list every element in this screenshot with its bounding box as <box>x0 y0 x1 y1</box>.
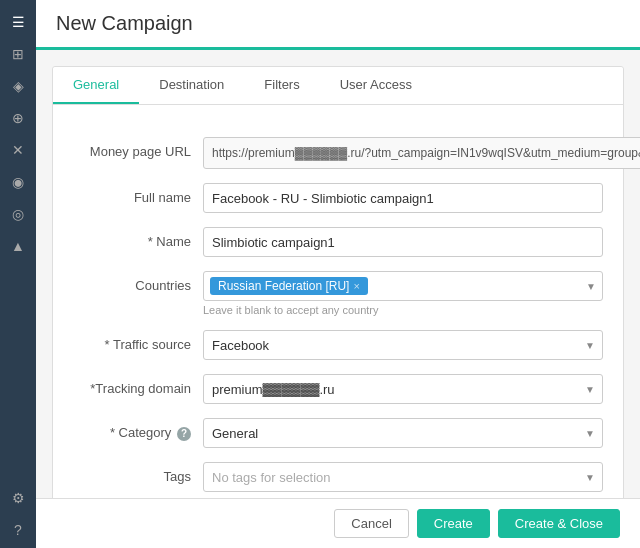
campaigns-icon[interactable]: ◈ <box>4 72 32 100</box>
settings-icon[interactable]: ⚙ <box>4 484 32 512</box>
countries-row: Countries Russian Federation [RU] × ▼ Le… <box>73 271 603 316</box>
tab-general[interactable]: General <box>53 67 139 104</box>
create-close-button[interactable]: Create & Close <box>498 509 620 538</box>
page-title: New Campaign <box>56 12 620 35</box>
name-control <box>203 227 603 257</box>
countries-control: Russian Federation [RU] × ▼ Leave it bla… <box>203 271 603 316</box>
dashboard-icon[interactable]: ⊞ <box>4 40 32 68</box>
traffic-source-select[interactable]: Facebook <box>203 330 603 360</box>
tracking-domain-select[interactable]: premium▓▓▓▓▓▓.ru <box>203 374 603 404</box>
url-wrapper: https://premium▓▓▓▓▓▓.ru/?utm_campaign=I… <box>203 137 640 169</box>
cancel-button[interactable]: Cancel <box>334 509 408 538</box>
tab-destination[interactable]: Destination <box>139 67 244 104</box>
category-label: * Category ? <box>73 418 203 441</box>
money-page-url-control: https://premium▓▓▓▓▓▓.ru/?utm_campaign=I… <box>203 137 640 169</box>
form-body: Money page URL https://premium▓▓▓▓▓▓.ru/… <box>53 121 623 498</box>
category-row: * Category ? General ▼ <box>73 418 603 448</box>
tracking-domain-label: *Tracking domain <box>73 374 203 396</box>
country-tag: Russian Federation [RU] × <box>210 277 368 295</box>
page-header: New Campaign <box>36 0 640 50</box>
traffic-source-row: * Traffic source Facebook ▼ <box>73 330 603 360</box>
tags-label: Tags <box>73 462 203 484</box>
category-select[interactable]: General <box>203 418 603 448</box>
remove-country-icon[interactable]: × <box>353 280 359 292</box>
tab-user-access[interactable]: User Access <box>320 67 432 104</box>
flag-icon[interactable]: ▲ <box>4 232 32 260</box>
countries-label: Countries <box>73 271 203 293</box>
money-page-url-row: Money page URL https://premium▓▓▓▓▓▓.ru/… <box>73 137 603 169</box>
countries-wrapper[interactable]: Russian Federation [RU] × ▼ <box>203 271 603 301</box>
footer: Cancel Create Create & Close <box>36 498 640 548</box>
tag-icon[interactable]: ⊕ <box>4 104 32 132</box>
category-control: General ▼ <box>203 418 603 448</box>
full-name-input[interactable] <box>203 183 603 213</box>
full-name-label: Full name <box>73 183 203 205</box>
form-container: General Destination Filters User Access … <box>52 66 624 498</box>
name-row: * Name <box>73 227 603 257</box>
tags-select[interactable]: No tags for selection <box>203 462 603 492</box>
tabs: General Destination Filters User Access <box>53 67 623 105</box>
content-area: General Destination Filters User Access … <box>36 50 640 498</box>
name-input[interactable] <box>203 227 603 257</box>
tags-row: Tags No tags for selection ▼ <box>73 462 603 492</box>
full-name-row: Full name <box>73 183 603 213</box>
sidebar: ☰ ⊞ ◈ ⊕ ✕ ◉ ◎ ▲ ⚙ ? <box>0 0 36 548</box>
category-help-icon[interactable]: ? <box>177 427 191 441</box>
analytics-icon[interactable]: ◉ <box>4 168 32 196</box>
name-label: * Name <box>73 227 203 249</box>
traffic-source-label: * Traffic source <box>73 330 203 352</box>
money-icon[interactable]: ◎ <box>4 200 32 228</box>
tracking-domain-control: premium▓▓▓▓▓▓.ru ▼ <box>203 374 603 404</box>
money-page-url-label: Money page URL <box>73 137 203 159</box>
money-page-url-value: https://premium▓▓▓▓▓▓.ru/?utm_campaign=I… <box>204 141 640 165</box>
countries-hint: Leave it blank to accept any country <box>203 304 603 316</box>
create-button[interactable]: Create <box>417 509 490 538</box>
tracking-domain-row: *Tracking domain premium▓▓▓▓▓▓.ru ▼ <box>73 374 603 404</box>
tab-filters[interactable]: Filters <box>244 67 319 104</box>
help-icon[interactable]: ? <box>4 516 32 544</box>
tags-control: No tags for selection ▼ <box>203 462 603 492</box>
tools-icon[interactable]: ✕ <box>4 136 32 164</box>
countries-dropdown-arrow: ▼ <box>586 281 596 292</box>
full-name-control <box>203 183 603 213</box>
traffic-source-control: Facebook ▼ <box>203 330 603 360</box>
main-content: New Campaign General Destination Filters… <box>36 0 640 548</box>
menu-icon[interactable]: ☰ <box>4 8 32 36</box>
